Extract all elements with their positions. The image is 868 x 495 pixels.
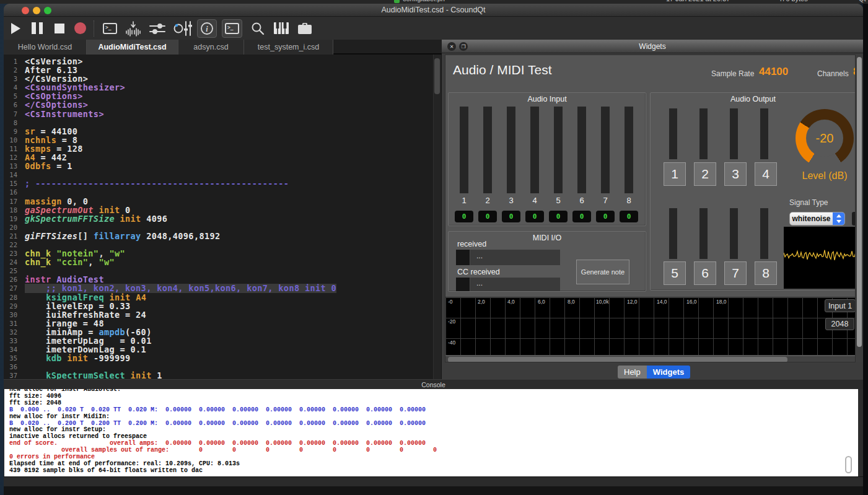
input-meter-2 (483, 107, 492, 193)
tab-adsyn.csd[interactable]: adsyn.csd (178, 40, 244, 55)
line-number: 37 (4, 371, 25, 379)
line-number: 17 (4, 197, 25, 206)
dock-tab-help[interactable]: Help (618, 366, 647, 379)
line-number: 15 (4, 179, 25, 188)
pause-icon[interactable] (32, 19, 43, 38)
tab-test_system_i.csd[interactable]: test_system_i.csd (244, 40, 333, 55)
input-level-display[interactable]: 0 (525, 211, 544, 222)
input-level-display[interactable]: 0 (502, 211, 520, 222)
output-meter-6 (699, 208, 708, 259)
output-channel-button-5[interactable]: 5 (664, 261, 686, 285)
output-channel-button-8[interactable]: 8 (755, 261, 777, 285)
widgets-vscrollbar-thumb[interactable] (857, 57, 862, 347)
output-channel-button-3[interactable]: 3 (724, 162, 747, 186)
dock-tabbar: HelpWidgets (618, 366, 690, 379)
svg-text:i: i (206, 25, 208, 33)
widgets-hscrollbar-thumb[interactable] (448, 357, 787, 362)
info-icon[interactable]: i (197, 19, 217, 38)
editor-line: 8 (4, 118, 433, 127)
editor-line: 4<CsoundSynthesizer> (4, 83, 433, 92)
spectrum-x-tick: 14,0 (657, 299, 667, 305)
combo-stepper-icon[interactable] (833, 212, 844, 225)
editor-line: 12A4 = 442 (4, 153, 433, 162)
midi-io-group: MIDI I/O received ... CC received ... Ge… (448, 231, 646, 292)
utilities-icon[interactable] (297, 19, 312, 38)
signal-type-value: whitenoise (790, 212, 833, 225)
code-text: A4 = 442 (25, 153, 67, 162)
line-number: 6 (4, 100, 25, 109)
window-bottom-edge (4, 486, 863, 495)
input-meter-label: 2 (476, 196, 499, 205)
editor-line: 20 (4, 223, 433, 232)
terminal-glyph: >_ (225, 23, 239, 34)
output-channel-button-4[interactable]: 4 (755, 162, 777, 186)
virtual-keyboard-icon[interactable] (273, 19, 289, 38)
generate-note-button[interactable]: Generate note (576, 260, 629, 284)
editor-line: 130dbfs = 1 (4, 162, 433, 170)
console-scrollbar-thumb[interactable] (845, 456, 852, 473)
editor-line: 7<CsInstruments> (4, 110, 433, 118)
record-icon[interactable] (74, 19, 86, 38)
editor-line: 28 ksignalFreq init A4 (4, 293, 433, 302)
find-icon[interactable] (250, 19, 265, 38)
line-number: 9 (4, 127, 25, 136)
code-text: gkSpectrumFFTSize init 4096 (25, 214, 167, 223)
editor-line: 9sr = 44100 (4, 127, 433, 136)
output-meter-5 (669, 208, 677, 259)
run-terminal-icon[interactable]: >_ (103, 19, 117, 38)
line-number: 26 (4, 275, 25, 284)
widgets-knob-icon[interactable] (173, 19, 192, 38)
line-number: 5 (4, 92, 25, 100)
input-level-display[interactable]: 0 (455, 211, 473, 222)
dock-tab-widgets[interactable]: Widgets (647, 366, 690, 379)
line-number: 35 (4, 354, 25, 362)
spectrum-y-tick: -40 (448, 339, 455, 346)
spectrum-x-tick: 8,0 (568, 299, 575, 305)
editor-line: 11ksmps = 128 (4, 144, 433, 153)
output-channel-button-1[interactable]: 1 (664, 162, 686, 186)
tab-AudioMidiTest.csd[interactable]: AudioMidiTest.csd (87, 40, 178, 55)
console-line: fft size: 4096 (9, 393, 858, 400)
line-number: 14 (4, 170, 25, 179)
background-window-edge (863, 4, 868, 495)
code-text: chn_k "notein", "w" (25, 249, 125, 258)
tab-Hello World.csd[interactable]: Hello World.csd (4, 40, 87, 55)
line-number: 1 (4, 57, 25, 66)
input-level-display[interactable]: 0 (478, 211, 497, 222)
input-level-display[interactable]: 0 (596, 211, 615, 222)
line-number: 27 (4, 284, 25, 292)
stop-icon[interactable] (55, 19, 64, 38)
editor-scrollbar-thumb[interactable] (434, 58, 440, 94)
input-level-display[interactable]: 0 (572, 211, 591, 222)
signal-type-combobox[interactable]: whitenoise (789, 212, 845, 226)
output-channel-button-2[interactable]: 2 (694, 162, 716, 186)
line-number: 36 (4, 362, 25, 371)
output-meter-7 (730, 208, 738, 259)
waveform-scope (784, 227, 856, 289)
code-text: imeterDownLag = 0.1 (25, 345, 146, 354)
input-meter-3 (507, 107, 515, 193)
bg-file-name: configlabel.ph (403, 0, 445, 2)
output-channel-button-6[interactable]: 6 (694, 261, 716, 285)
editor-line: 30 iuiRefreshRate = 24 (4, 310, 433, 319)
piano-glyph (273, 22, 289, 35)
mixer-icon[interactable] (149, 19, 165, 38)
spectrum-fft-button[interactable]: 2048 (825, 318, 854, 330)
render-to-file-icon[interactable] (125, 19, 141, 38)
code-text: kdb init -999999 (25, 354, 131, 362)
code-text: ksmps = 128 (25, 144, 83, 153)
play-icon[interactable] (11, 19, 20, 38)
code-editor[interactable]: 1<CsVersion>2After 6.133</CsVersion>4<Cs… (4, 55, 433, 379)
widget-form-title: Audio / MIDI Test (453, 63, 552, 77)
line-number: 8 (4, 118, 25, 127)
output-channel-button-7[interactable]: 7 (724, 261, 747, 285)
code-text: <CsOptions> (25, 92, 83, 100)
input-level-display[interactable]: 0 (620, 211, 638, 222)
editor-line: 23chn_k "notein", "w" (4, 249, 433, 258)
input-level-display[interactable]: 0 (549, 211, 568, 222)
level-knob[interactable]: -20 (796, 109, 854, 167)
spectrum-input-button[interactable]: Input 1 (825, 299, 856, 312)
line-number: 29 (4, 302, 25, 310)
console-icon[interactable]: >_ (222, 19, 242, 38)
editor-scrollbar[interactable] (433, 55, 441, 379)
